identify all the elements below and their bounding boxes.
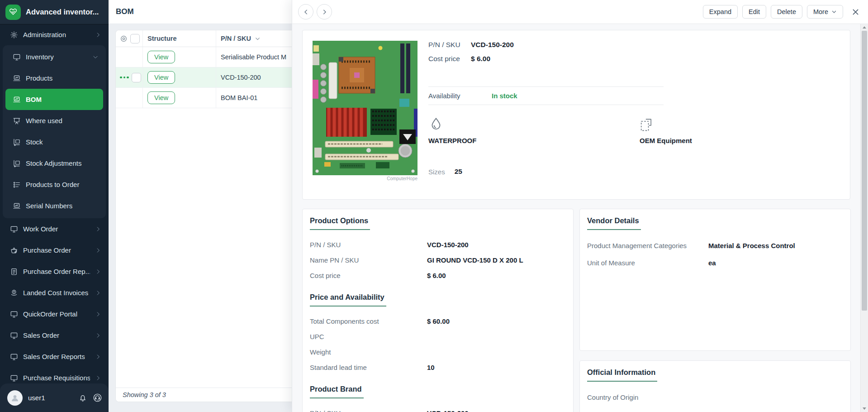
select-all-checkbox[interactable] bbox=[130, 34, 140, 43]
expand-button[interactable]: Expand bbox=[703, 5, 738, 19]
field-label: Name PN / SKU bbox=[310, 256, 427, 264]
view-structure-button[interactable]: View bbox=[147, 51, 175, 63]
field-label: Weight bbox=[310, 348, 427, 356]
sidebar-item-products[interactable]: Products bbox=[3, 67, 106, 89]
chevron-right-icon bbox=[95, 332, 101, 339]
field-label: Total Components cost bbox=[310, 317, 427, 325]
laptop-chart-icon bbox=[13, 74, 21, 82]
sidebar-item-stock[interactable]: Stock bbox=[3, 131, 106, 153]
field-label: P/N / SKU bbox=[310, 409, 427, 412]
sidebar-item-purchase-order-rep[interactable]: Purchase Order Rep... bbox=[0, 261, 109, 282]
monitor-icon bbox=[10, 310, 18, 318]
scrollbar-thumb[interactable] bbox=[862, 31, 867, 311]
sidebar-item-quickorder-portal[interactable]: QuickOrder Portal bbox=[0, 303, 109, 325]
next-record-button[interactable] bbox=[317, 4, 332, 19]
badge-waterproof: WATERPROOF bbox=[428, 117, 476, 144]
field-label: UPC bbox=[310, 333, 427, 340]
sizes-value: 25 bbox=[455, 168, 462, 176]
field-row: Standard lead time 10 bbox=[310, 359, 566, 375]
user-avatar[interactable] bbox=[7, 390, 23, 406]
table-footer: Showing 3 of 3 bbox=[116, 388, 292, 402]
sidebar-item-products-to-order[interactable]: Products to Order bbox=[3, 174, 106, 195]
app-logo-icon[interactable] bbox=[5, 5, 21, 20]
sidebar-item-serial-numbers[interactable]: Serial Numbers bbox=[3, 195, 106, 216]
sidebar-item-sales-order[interactable]: Sales Order bbox=[0, 325, 109, 346]
field-row: Product Management Categories Material &… bbox=[587, 237, 843, 254]
section-vendor-details: Vendor Details Product Management Catego… bbox=[580, 209, 850, 274]
section-title: Product Options bbox=[310, 216, 370, 230]
more-button[interactable]: More bbox=[807, 5, 843, 19]
column-header-pn-sku[interactable]: P/N / SKU bbox=[221, 35, 251, 42]
view-structure-button[interactable]: View bbox=[147, 71, 175, 84]
vendor-details-column: Vendor Details Product Management Catego… bbox=[579, 209, 851, 412]
summary-cost-value: $ 6.00 bbox=[471, 55, 490, 63]
support-headset-icon[interactable] bbox=[93, 393, 102, 402]
scroll-down-arrow-icon[interactable] bbox=[861, 406, 868, 412]
chevron-right-icon bbox=[95, 32, 101, 38]
view-structure-button[interactable]: View bbox=[147, 91, 175, 104]
product-image bbox=[313, 41, 417, 175]
row-checkbox[interactable] bbox=[132, 73, 141, 82]
monitor-icon bbox=[10, 353, 18, 361]
row-actions-dots-icon[interactable] bbox=[120, 77, 129, 79]
field-row: Cost price $ 6.00 bbox=[310, 268, 566, 283]
dashed-square-icon bbox=[640, 117, 692, 133]
field-row: Name PN / SKU GI ROUND VCD-150 D X 200 L bbox=[310, 252, 566, 268]
sidebar-item-where-used[interactable]: Where used bbox=[3, 110, 106, 131]
app-title: Advanced inventor... bbox=[26, 8, 99, 16]
edit-button[interactable]: Edit bbox=[742, 5, 766, 19]
section-official-information: Official Information Country of Origin P… bbox=[580, 361, 850, 412]
sidebar-item-inventory[interactable]: Inventory bbox=[3, 46, 106, 67]
detail-content: ComputerHope P/N / SKU VCD-150-200 Cost … bbox=[292, 24, 868, 412]
field-value: ea bbox=[708, 259, 716, 267]
showing-count: Showing 3 of 3 bbox=[123, 391, 166, 398]
chevron-right-icon bbox=[95, 290, 101, 296]
field-label: Unit of Measure bbox=[587, 259, 708, 267]
sidebar-item-administration[interactable]: Administration bbox=[0, 24, 109, 45]
sidebar-item-bom[interactable]: BOM bbox=[5, 89, 103, 110]
field-value: VCD-150-200 bbox=[427, 241, 469, 249]
chevron-down-icon bbox=[92, 54, 99, 60]
sidebar-item-purchase-order[interactable]: Purchase Order bbox=[0, 240, 109, 261]
field-row: Total Components cost $ 60.00 bbox=[310, 313, 566, 329]
easel-icon bbox=[13, 117, 21, 125]
sidebar-item-work-order[interactable]: Work Order bbox=[0, 218, 109, 240]
table-row[interactable]: View Serialisable Product M bbox=[116, 47, 292, 67]
chevron-right-icon bbox=[95, 354, 101, 360]
checklist-icon bbox=[13, 181, 21, 189]
page-title: BOM bbox=[116, 7, 134, 16]
product-details-card: Product Options P/N / SKU VCD-150-200 Na… bbox=[302, 209, 574, 412]
sidebar-item-landed-cost-invoices[interactable]: Landed Cost Invoices bbox=[0, 282, 109, 303]
scroll-up-arrow-icon[interactable] bbox=[861, 24, 868, 30]
section-title: Product Brand bbox=[310, 385, 364, 398]
chevron-right-icon bbox=[95, 375, 101, 381]
delete-button[interactable]: Delete bbox=[771, 5, 802, 19]
card-official-information: Official Information Country of Origin P… bbox=[579, 360, 851, 412]
sidebar-nav: AdministrationInventoryProductsBOMWhere … bbox=[0, 24, 109, 412]
pn-sku-cell: Serialisable Product M bbox=[221, 53, 286, 61]
detail-panel: Expand Edit Delete More bbox=[292, 0, 868, 412]
table-row[interactable]: View VCD-150-200 bbox=[116, 67, 292, 88]
field-row: P/N / SKU VCD-150-200 bbox=[310, 237, 566, 252]
sidebar-item-sales-order-reports[interactable]: Sales Order Reports bbox=[0, 346, 109, 367]
visibility-eye-icon[interactable] bbox=[120, 35, 128, 43]
close-icon[interactable] bbox=[851, 8, 860, 16]
badge-oem-equipment: OEM Equipment bbox=[640, 117, 692, 144]
sidebar-item-stock-adjustments[interactable]: Stock Adjustments bbox=[3, 153, 106, 174]
table-header-row: Structure P/N / SKU bbox=[116, 30, 292, 47]
monitor-icon bbox=[10, 331, 18, 340]
field-row: Unit of Measure ea bbox=[587, 254, 843, 271]
sidebar-footer: user1 bbox=[0, 383, 109, 412]
prev-record-button[interactable] bbox=[298, 4, 313, 19]
table-row[interactable]: View BOM BAI-01 bbox=[116, 88, 292, 108]
detail-scrollbar[interactable] bbox=[860, 24, 868, 412]
pn-sku-cell: BOM BAI-01 bbox=[221, 94, 257, 101]
notifications-bell-icon[interactable] bbox=[78, 393, 87, 402]
field-value: $ 6.00 bbox=[427, 272, 446, 279]
sort-chevron-down-icon[interactable] bbox=[255, 36, 261, 42]
chevron-right-icon bbox=[95, 268, 101, 275]
column-header-structure[interactable]: Structure bbox=[147, 35, 176, 42]
bom-table-card: Structure P/N / SKU View Serialisable Pr… bbox=[115, 30, 292, 402]
detail-toolbar: Expand Edit Delete More bbox=[292, 0, 868, 24]
list-panel-header: BOM bbox=[109, 0, 292, 24]
